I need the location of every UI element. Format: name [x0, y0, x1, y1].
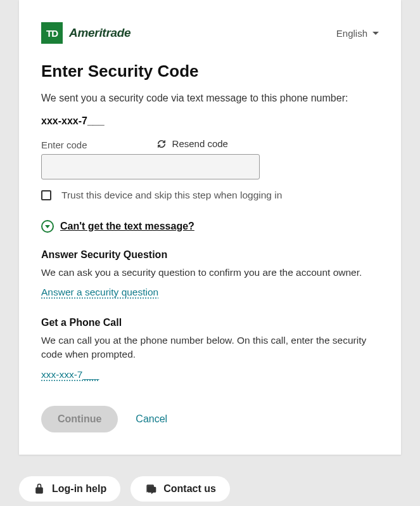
- brand-name: Ameritrade: [69, 26, 130, 40]
- phone-call-body: We can call you at the phone number belo…: [41, 334, 379, 361]
- security-code-card: TD Ameritrade English Enter Security Cod…: [19, 0, 401, 455]
- answer-security-question-link[interactable]: Answer a security question: [41, 287, 158, 298]
- chevron-down-icon: [372, 32, 379, 35]
- brand-logo: TD Ameritrade: [41, 22, 130, 44]
- footer-pills: Log-in help Contact us: [19, 476, 401, 502]
- security-question-heading: Answer Security Question: [41, 249, 379, 261]
- security-code-input[interactable]: [41, 154, 260, 179]
- resend-code-label: Resend code: [172, 138, 228, 149]
- card-header: TD Ameritrade English: [41, 22, 379, 44]
- expand-circle-icon: [41, 220, 54, 233]
- phone-call-link[interactable]: xxx-xxx-7___: [41, 369, 99, 380]
- page-title: Enter Security Code: [41, 62, 379, 81]
- security-question-body: We can ask you a security question to co…: [41, 266, 379, 280]
- resend-code-button[interactable]: Resend code: [157, 138, 228, 149]
- continue-button[interactable]: Continue: [41, 406, 118, 432]
- phone-call-heading: Get a Phone Call: [41, 317, 379, 328]
- action-row: Continue Cancel: [41, 406, 379, 432]
- login-help-button[interactable]: Log-in help: [19, 476, 120, 502]
- trust-device-checkbox[interactable]: [41, 190, 51, 200]
- cant-get-message-toggle[interactable]: Can't get the text message?: [41, 220, 379, 233]
- login-help-label: Log-in help: [52, 483, 106, 495]
- td-logo-icon: TD: [41, 22, 63, 44]
- cancel-button[interactable]: Cancel: [136, 413, 167, 425]
- contact-us-button[interactable]: Contact us: [130, 476, 230, 502]
- contact-us-label: Contact us: [163, 483, 216, 495]
- disclosure-label: Can't get the text message?: [60, 221, 194, 232]
- trust-device-label: Trust this device and skip this step whe…: [61, 190, 282, 201]
- language-selector[interactable]: English: [336, 28, 379, 39]
- code-label-row: Enter code Resend code: [41, 138, 379, 150]
- enter-code-label: Enter code: [41, 139, 87, 150]
- refresh-icon: [157, 139, 166, 148]
- lock-icon: [33, 483, 46, 495]
- instruction-text: We sent you a security code via text mes…: [41, 93, 379, 104]
- language-label: English: [336, 28, 367, 39]
- chat-icon: [144, 483, 157, 495]
- masked-phone-number: xxx-xxx-7___: [41, 115, 379, 127]
- trust-device-row: Trust this device and skip this step whe…: [41, 190, 379, 201]
